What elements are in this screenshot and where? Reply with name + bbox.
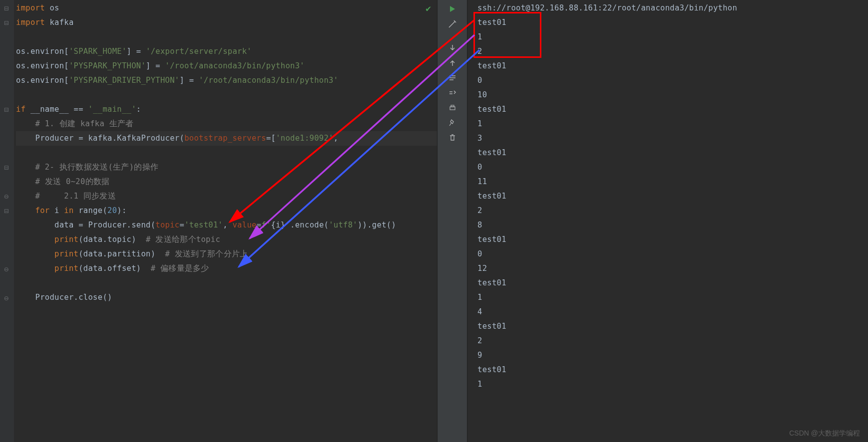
trash-icon[interactable] [446,131,458,145]
output-line: test01 [477,319,868,334]
down-arrow-icon[interactable] [446,41,458,55]
output-line: 2 [477,204,868,218]
output-line: 1 [477,290,868,305]
fold-icon[interactable]: ⊖ [4,192,10,198]
output-line: test01 [477,232,868,247]
output-line: test01 [477,363,868,377]
output-line: test01 [477,189,868,204]
fold-icon[interactable]: ⊟ [4,105,10,111]
output-line: 0 [477,160,868,175]
run-toolbar [437,0,467,442]
run-output-pane[interactable]: ssh://root@192.168.88.161:22/root/anacon… [467,0,868,442]
up-arrow-icon[interactable] [446,56,458,70]
output-line: test01 [477,146,868,160]
fold-icon[interactable]: ⊟ [4,207,10,213]
output-line: 0 [477,247,868,261]
output-line: 10 [477,88,868,102]
identifier: kafka [45,18,74,27]
keyword: import [16,3,45,12]
scroll-icon[interactable] [446,86,458,100]
output-line: 8 [477,218,868,232]
run-button[interactable] [446,2,458,16]
output-line: 12 [477,261,868,276]
output-line: test01 [477,59,868,73]
fold-end-icon[interactable]: ⊖ [4,265,10,271]
output-line: 0 [477,73,868,88]
output-line: test01 [477,15,868,30]
output-line: test01 [477,276,868,290]
identifier: os [45,3,59,12]
code-editor-pane[interactable]: ⊟ ⊟ ⊟ ⊟ ⊖ ⊟ ⊖ ⊖ ✔ import os import kafka… [0,0,437,442]
pin-icon[interactable] [446,116,458,130]
output-line: 1 [477,377,868,392]
output-line: 3 [477,131,868,146]
inspection-ok-icon[interactable]: ✔ [426,3,431,13]
fold-end-icon[interactable]: ⊖ [4,294,10,300]
output-line: 1 [477,30,868,44]
output-line: 9 [477,348,868,363]
output-line: 2 [477,44,868,59]
output-line: 4 [477,305,868,319]
output-line: 1 [477,117,868,131]
output-line: 2 [477,334,868,348]
watermark-text: CSDN @大数据学编程 [789,429,860,438]
fold-icon[interactable]: ⊟ [4,163,10,169]
print-icon[interactable] [446,101,458,115]
output-line: test01 [477,102,868,117]
code-content[interactable]: import os import kafka os.environ['SPARK… [0,0,437,305]
soft-wrap-icon[interactable] [446,71,458,85]
keyword: import [16,18,45,27]
output-line: 11 [477,175,868,189]
interpreter-path: ssh://root@192.168.88.161:22/root/anacon… [477,1,868,15]
svg-rect-0 [450,107,455,110]
editor-gutter: ⊟ ⊟ ⊟ ⊟ ⊖ ⊟ ⊖ ⊖ [0,0,14,442]
settings-icon[interactable] [446,17,458,31]
fold-icon[interactable]: ⊟ [4,18,10,24]
svg-rect-1 [451,105,454,107]
fold-icon[interactable]: ⊟ [4,4,10,10]
